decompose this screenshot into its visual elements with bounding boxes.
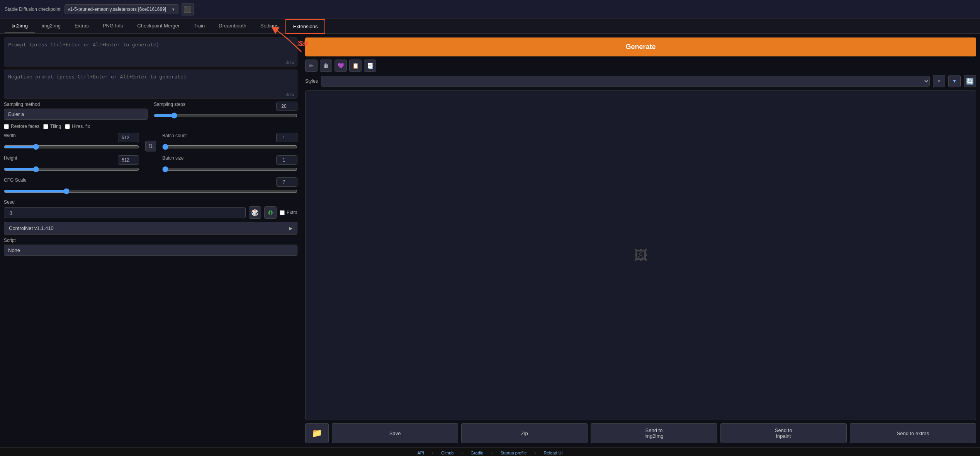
- extra-seed-checkbox[interactable]: Extra: [280, 210, 297, 215]
- footer-startup-link[interactable]: Startup profile: [500, 451, 527, 455]
- style3-icon-btn[interactable]: 📑: [364, 60, 376, 72]
- generate-area: Generate ✏ 🗑 💜 📋 📑 Styles ✕ ▼ 🔄: [305, 37, 976, 87]
- styles-row: Styles ✕ ▼ 🔄: [305, 75, 976, 87]
- controlnet-label: ControlNet v1.1.410: [9, 225, 54, 231]
- sampling-steps-number[interactable]: [276, 102, 297, 111]
- sampling-steps-slider[interactable]: [154, 112, 297, 119]
- send-to-img2img-label: Send toimg2img: [644, 427, 663, 439]
- seed-label: Seed: [4, 199, 297, 205]
- nav-bar: txt2img img2img Extras PNG Info Checkpoi…: [0, 19, 980, 34]
- footer-reload-link[interactable]: Reload UI: [544, 451, 563, 455]
- send-to-extras-btn[interactable]: Send to extras: [850, 423, 976, 443]
- script-label: Script: [4, 238, 297, 243]
- footer-links: API • Github • Gradio • Startup profile …: [3, 451, 977, 455]
- checkboxes-row: Restore faces Tiling Hires. fix: [4, 124, 297, 129]
- positive-prompt-area: 0/75: [4, 37, 297, 66]
- send-to-img2img-btn[interactable]: Send toimg2img: [591, 423, 717, 443]
- width-number[interactable]: [118, 133, 139, 142]
- top-bar: Stable Diffusion checkpoint v1-5-pruned-…: [0, 0, 980, 19]
- width-slider[interactable]: [4, 144, 139, 150]
- tab-img2img[interactable]: img2img: [35, 19, 68, 33]
- negative-prompt-input[interactable]: [4, 70, 297, 97]
- seed-input[interactable]: [4, 207, 246, 218]
- tab-checkpoint-merger[interactable]: Checkpoint Merger: [130, 19, 187, 33]
- bottom-buttons: 📁 Save Zip Send toimg2img Send toinpaint…: [305, 423, 976, 443]
- tab-extensions[interactable]: Extensions: [285, 19, 326, 34]
- batch-count-number[interactable]: [276, 133, 297, 142]
- trash-icon-btn[interactable]: 🗑: [320, 60, 332, 72]
- batch-size-label: Batch size: [162, 155, 183, 165]
- footer-github-link[interactable]: Github: [441, 451, 453, 455]
- batch-count-label: Batch count: [162, 133, 187, 142]
- cfg-scale-number[interactable]: [276, 177, 297, 187]
- sampling-steps-label: Sampling steps: [154, 102, 185, 111]
- hires-fix-checkbox[interactable]: Hires. fix: [65, 124, 90, 129]
- styles-label: Styles: [305, 78, 318, 84]
- cfg-scale-label: CFG Scale: [4, 177, 27, 187]
- right-panel: Generate ✏ 🗑 💜 📋 📑 Styles ✕ ▼ 🔄 🖼: [301, 34, 980, 447]
- controls-section: Sampling method Euler aEulerLMSHeunDPM2D…: [4, 102, 297, 219]
- folder-icon: 📁: [312, 428, 322, 438]
- checkpoint-select[interactable]: v1-5-pruned-emaonly.safetensors [6ce0161…: [65, 4, 178, 14]
- image-canvas: 🖼: [305, 90, 976, 420]
- send-to-inpaint-btn[interactable]: Send toinpaint: [720, 423, 847, 443]
- tab-extras[interactable]: Extras: [68, 19, 96, 33]
- styles-select[interactable]: [321, 76, 930, 87]
- tab-txt2img[interactable]: txt2img: [5, 19, 35, 33]
- seed-row: 🎲 ♻ Extra: [4, 206, 297, 219]
- negative-prompt-area: 0/75: [4, 70, 297, 99]
- restore-faces-checkbox[interactable]: Restore faces: [4, 124, 39, 129]
- batch-size-slider[interactable]: [162, 166, 297, 172]
- footer: API • Github • Gradio • Startup profile …: [0, 447, 980, 456]
- sampling-method-label: Sampling method: [4, 102, 148, 107]
- width-label: Width: [4, 133, 16, 142]
- negative-token-count: 0/75: [286, 92, 294, 97]
- footer-gradio-link[interactable]: Gradio: [470, 451, 483, 455]
- height-number[interactable]: [118, 155, 139, 165]
- main-layout: 0/75 0/75 Sampling method Euler aEulerLM…: [0, 34, 980, 447]
- zip-btn[interactable]: Zip: [461, 423, 588, 443]
- styles-chevron-btn[interactable]: ▼: [948, 75, 961, 87]
- cfg-scale-slider[interactable]: [4, 188, 297, 194]
- image-placeholder-icon: 🖼: [634, 247, 648, 264]
- style1-icon-btn[interactable]: 💜: [335, 60, 347, 72]
- styles-x-btn[interactable]: ✕: [933, 75, 945, 87]
- sampling-method-select[interactable]: Euler aEulerLMSHeunDPM2DPM++ 2M: [4, 109, 148, 120]
- save-btn[interactable]: Save: [332, 423, 458, 443]
- height-slider[interactable]: [4, 166, 139, 172]
- checkpoint-label: Stable Diffusion checkpoint: [5, 7, 61, 12]
- styles-refresh-btn[interactable]: 🔄: [964, 75, 976, 87]
- height-label: Height: [4, 155, 17, 165]
- tab-train[interactable]: Train: [187, 19, 212, 33]
- script-select[interactable]: None: [4, 245, 297, 256]
- open-folder-btn[interactable]: 📁: [305, 423, 329, 443]
- tab-pnginfo[interactable]: PNG Info: [96, 19, 130, 33]
- send-to-inpaint-label: Send toinpaint: [775, 427, 792, 439]
- positive-token-count: 0/75: [286, 60, 294, 65]
- tiling-checkbox[interactable]: Tiling: [43, 124, 61, 129]
- tab-settings[interactable]: Settings: [253, 19, 285, 33]
- generate-button[interactable]: Generate: [305, 37, 976, 56]
- tab-dreambooth[interactable]: Dreambooth: [212, 19, 253, 33]
- footer-api-link[interactable]: API: [417, 451, 424, 455]
- controlnet-toggle-icon: ▶: [289, 226, 292, 231]
- style2-icon-btn[interactable]: 📋: [349, 60, 362, 72]
- batch-count-slider[interactable]: [162, 144, 297, 150]
- script-section: Script None: [4, 238, 297, 256]
- swap-dimensions-btn[interactable]: ⇅: [145, 141, 156, 151]
- controlnet-bar[interactable]: ControlNet v1.1.410 ▶: [4, 222, 297, 235]
- randomize-seed-btn[interactable]: 🎲: [249, 206, 261, 219]
- left-panel: 0/75 0/75 Sampling method Euler aEulerLM…: [0, 34, 301, 447]
- edit-icon-btn[interactable]: ✏: [305, 60, 318, 72]
- refresh-checkpoint-btn[interactable]: ⬛: [182, 3, 194, 15]
- batch-size-number[interactable]: [276, 155, 297, 165]
- right-toolbar: ✏ 🗑 💜 📋 📑: [305, 60, 976, 72]
- recycle-seed-btn[interactable]: ♻: [264, 206, 277, 219]
- positive-prompt-input[interactable]: [4, 38, 297, 65]
